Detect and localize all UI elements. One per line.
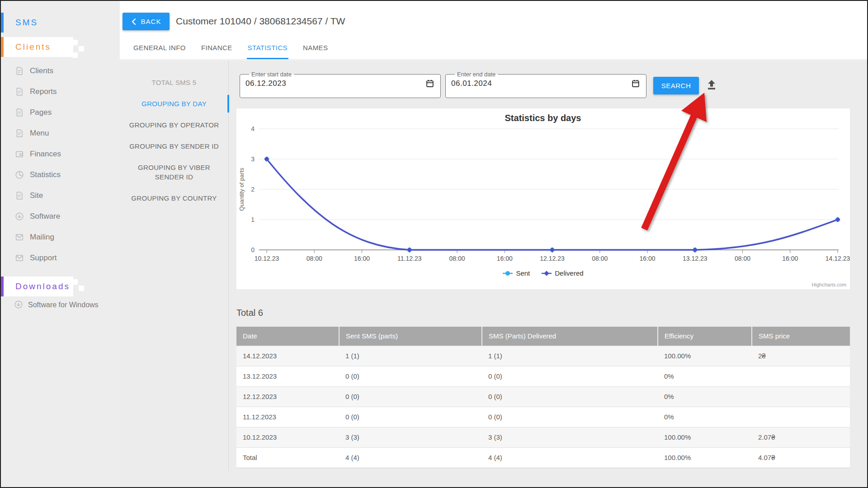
delivered-series-line[interactable] (267, 159, 838, 250)
table-cell: 0 (0) (482, 366, 658, 386)
sidebar-item-statistics[interactable]: Statistics (1, 164, 120, 185)
tab-statistics[interactable]: STATISTICS (247, 38, 288, 59)
downloads-menu: Software for Windows (1, 296, 120, 314)
grouping-item-grouping-by-operator[interactable]: GROUPING BY OPERATOR (120, 114, 228, 136)
table-cell: 2.07₴ (752, 427, 850, 447)
sidebar-item-finances[interactable]: Finances (1, 144, 120, 164)
back-button[interactable]: BACK (123, 13, 170, 30)
document-icon (14, 128, 24, 138)
pixel-decoration (72, 279, 78, 285)
table-cell: 1 (1) (482, 346, 658, 366)
chevron-left-icon (131, 18, 137, 26)
calendar-icon[interactable] (425, 79, 435, 89)
x-axis-tick-label: 14.12.23 (826, 255, 850, 262)
highcharts-credit[interactable]: Highcharts.com (812, 282, 846, 287)
sidebar-item-clients[interactable]: Clients (1, 61, 120, 81)
y-axis-tick-label: 3 (251, 155, 255, 163)
sidebar-section-label: Downloads (15, 282, 70, 291)
sidebar-section-clients[interactable]: Clients (1, 37, 120, 57)
legend-item-sent[interactable]: Sent (503, 269, 530, 277)
y-axis-tick-label: 2 (251, 186, 255, 193)
table-body: 14.12.20231 (1)1 (1)100.00%2₴13.12.20230… (236, 346, 850, 468)
export-upload-icon[interactable] (705, 78, 718, 92)
search-button[interactable]: SEARCH (653, 77, 699, 94)
table-row: 11.12.20230 (0)0 (0)0% (236, 407, 850, 427)
table-row: 13.12.20230 (0)0 (0)0% (236, 366, 850, 386)
sidebar-item-mailing[interactable]: Mailing (1, 227, 120, 248)
envelope-icon (14, 232, 24, 242)
table-cell: Total (236, 447, 339, 468)
tab-general-info[interactable]: GENERAL INFO (132, 38, 187, 59)
table-cell: 11.12.2023 (236, 407, 339, 427)
downloads-item-label: Software for Windows (28, 301, 99, 309)
x-axis-tick-label: 11.12.23 (397, 255, 422, 262)
tab-finance[interactable]: FINANCE (200, 38, 233, 59)
grouping-item-grouping-by-sender-id[interactable]: GROUPING BY SENDER ID (120, 136, 228, 157)
x-axis-tick-label: 16:00 (782, 255, 798, 262)
x-axis-tick-label: 16:00 (639, 255, 655, 262)
sidebar-item-support[interactable]: Support (1, 248, 120, 268)
sidebar-item-label: Menu (30, 129, 49, 138)
column-header-date: Date (236, 327, 339, 346)
x-axis-tick-label: 16:00 (497, 255, 513, 262)
table-cell: 0% (658, 386, 752, 407)
sidebar-item-reports[interactable]: Reports (1, 81, 120, 102)
pixel-decoration (72, 40, 78, 45)
table-cell (752, 386, 850, 407)
legend-item-delivered[interactable]: Delivered (542, 269, 583, 277)
table-cell: 100.00% (658, 447, 752, 468)
start-date-label: Enter start date (249, 71, 294, 78)
sidebar-item-menu[interactable]: Menu (1, 123, 120, 144)
column-header-sms-parts-delivered: SMS (Parts) Delivered (482, 327, 658, 346)
column-header-efficiency: Efficiency (658, 327, 752, 346)
legend-marker-diamond (542, 270, 552, 277)
table-header-row: DateSent SMS (parts)SMS (Parts) Delivere… (236, 327, 850, 346)
sidebar-item-pages[interactable]: Pages (1, 102, 120, 123)
sidebar-section-downloads[interactable]: Downloads (1, 277, 120, 296)
sidebar-item-label: Mailing (30, 233, 54, 242)
table-cell: 3 (3) (339, 427, 482, 447)
start-date-field[interactable]: Enter start date (240, 71, 441, 98)
table-cell: 3 (3) (482, 427, 658, 447)
download-circle-icon (14, 211, 24, 221)
table-cell: 0 (0) (482, 386, 658, 407)
end-date-label: Enter end date (455, 71, 498, 78)
sidebar-item-software[interactable]: Software (1, 206, 120, 227)
grouping-item-grouping-by-day[interactable]: GROUPING BY DAY (120, 93, 228, 114)
downloads-item-software-for-windows[interactable]: Software for Windows (1, 296, 120, 314)
delivered-data-point[interactable] (407, 247, 412, 252)
delivered-data-point[interactable] (550, 247, 555, 252)
table-cell: 0 (0) (339, 386, 482, 407)
sidebar-section-sms[interactable]: SMS (1, 13, 120, 33)
grouping-item-grouping-by-country[interactable]: GROUPING BY COUNTRY (120, 188, 228, 209)
sidebar-item-label: Finances (30, 150, 61, 159)
sidebar-item-label: Statistics (30, 170, 61, 179)
table-cell: 0 (0) (482, 407, 658, 427)
sidebar-item-site[interactable]: Site (1, 185, 120, 206)
table-row: 12.12.20230 (0)0 (0)0% (236, 386, 850, 407)
app-window: SMS Clients ClientsReportsPagesMenuFinan… (0, 0, 868, 488)
sidebar-item-label: Pages (30, 108, 52, 117)
sidebar-menu: ClientsReportsPagesMenuFinancesStatistic… (1, 61, 120, 268)
end-date-input[interactable] (451, 79, 614, 88)
tab-names[interactable]: NAMES (302, 38, 329, 59)
table-cell (752, 407, 850, 427)
delivered-data-point[interactable] (835, 217, 840, 222)
table-cell: 2₴ (752, 346, 850, 366)
sidebar: SMS Clients ClientsReportsPagesMenuFinan… (1, 1, 120, 487)
end-date-field[interactable]: Enter end date (445, 71, 646, 98)
grouping-nav: TOTAL SMS 5GROUPING BY DAYGROUPING BY OP… (120, 60, 229, 471)
column-header-sms-price: SMS price (752, 327, 850, 346)
statistics-table: DateSent SMS (parts)SMS (Parts) Delivere… (236, 327, 850, 468)
table-cell: 0% (658, 366, 752, 386)
statistics-chart: 0123410.12.2308:0016:0011.12.2308:0016:0… (236, 108, 850, 289)
start-date-input[interactable] (245, 79, 408, 88)
x-axis-tick-label: 13.12.23 (683, 255, 708, 262)
download-circle-icon (14, 300, 24, 310)
calendar-icon[interactable] (631, 79, 641, 89)
table-cell: 13.12.2023 (236, 366, 339, 386)
grouping-item-grouping-by-viber-sender-id[interactable]: GROUPING BY VIBER SENDER ID (120, 157, 228, 188)
chart-title: Statistics by days (505, 113, 581, 123)
delivered-data-point[interactable] (693, 247, 698, 252)
legend-marker-circle (503, 270, 513, 277)
